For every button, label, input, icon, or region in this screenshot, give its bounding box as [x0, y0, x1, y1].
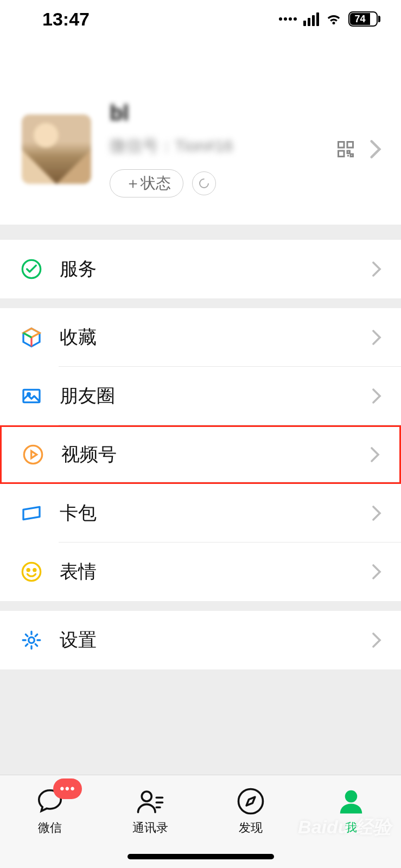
menu-stickers[interactable]: 表情	[0, 542, 401, 601]
unread-badge: •••	[53, 778, 82, 799]
svg-point-13	[238, 789, 263, 814]
signal-dots-icon	[279, 17, 297, 21]
profile-text: bl 微信号：Tion#16 ＋状态	[110, 101, 336, 197]
chevron-right-icon	[370, 139, 381, 159]
status-button-label: ＋状态	[125, 173, 171, 194]
services-icon	[20, 257, 43, 281]
channels-icon	[21, 443, 45, 467]
status-bar: 13:47 74	[0, 0, 401, 38]
svg-point-9	[27, 569, 29, 571]
svg-point-12	[142, 792, 151, 801]
tab-discover-label: 发现	[239, 820, 263, 836]
status-time: 13:47	[42, 9, 90, 30]
menu-services[interactable]: 服务	[0, 240, 401, 298]
group-collection: 收藏 朋友圈 视频号 卡包 表情	[0, 308, 401, 601]
svg-rect-3	[339, 151, 345, 157]
cards-icon	[20, 501, 43, 525]
battery-level: 74	[354, 14, 365, 25]
menu-moments[interactable]: 朋友圈	[0, 367, 401, 425]
menu-stickers-label: 表情	[60, 559, 372, 584]
menu-settings[interactable]: 设置	[0, 611, 401, 669]
tab-chats[interactable]: ••• 微信	[0, 775, 100, 868]
svg-point-8	[22, 563, 40, 580]
svg-point-14	[345, 790, 357, 803]
tab-bar: ••• 微信 通讯录 发现 我 Baidu 经验	[0, 775, 401, 868]
chevron-right-icon	[372, 505, 381, 521]
gear-icon	[20, 628, 43, 652]
menu-favorites-label: 收藏	[60, 325, 372, 350]
person-icon	[336, 786, 366, 816]
svg-rect-2	[347, 142, 353, 148]
status-refresh-button[interactable]	[192, 171, 216, 195]
status-right: 74	[279, 11, 380, 27]
menu-channels-label: 视频号	[61, 442, 370, 467]
home-indicator	[128, 854, 274, 859]
chevron-right-icon	[372, 564, 381, 580]
set-status-button[interactable]: ＋状态	[110, 169, 183, 197]
nickname: bl	[110, 101, 336, 125]
chevron-right-icon	[372, 329, 381, 346]
menu-services-label: 服务	[60, 257, 372, 282]
qr-code-icon[interactable]	[336, 139, 355, 159]
battery-icon: 74	[348, 11, 380, 27]
chevron-right-icon	[370, 446, 380, 463]
chevron-right-icon	[372, 632, 381, 648]
svg-point-0	[200, 179, 208, 188]
group-services: 服务	[0, 240, 401, 298]
chevron-right-icon	[372, 261, 381, 277]
group-settings: 设置	[0, 611, 401, 669]
avatar[interactable]	[22, 114, 91, 184]
chevron-right-icon	[372, 388, 381, 404]
contacts-icon	[135, 786, 166, 816]
svg-point-6	[28, 393, 30, 395]
favorites-icon	[20, 326, 43, 349]
watermark: Baidu 经验	[298, 815, 391, 840]
header-blank	[0, 38, 401, 98]
menu-favorites[interactable]: 收藏	[0, 308, 401, 367]
signal-bars-icon	[303, 12, 319, 26]
profile-card[interactable]: bl 微信号：Tion#16 ＋状态	[0, 98, 401, 225]
menu-settings-label: 设置	[60, 628, 372, 653]
tab-chats-label: 微信	[38, 820, 62, 836]
menu-channels[interactable]: 视频号	[0, 425, 401, 484]
wifi-icon	[326, 11, 342, 27]
compass-icon	[235, 786, 266, 816]
sticker-icon	[20, 560, 43, 584]
moments-icon	[20, 384, 43, 408]
menu-moments-label: 朋友圈	[60, 384, 372, 409]
svg-point-10	[34, 569, 36, 571]
menu-cards[interactable]: 卡包	[0, 484, 401, 542]
svg-rect-1	[339, 142, 345, 148]
svg-point-11	[29, 637, 35, 643]
wechat-id: 微信号：Tion#16	[110, 135, 336, 157]
svg-point-7	[24, 445, 42, 463]
menu-cards-label: 卡包	[60, 501, 372, 526]
tab-contacts-label: 通讯录	[132, 820, 168, 836]
